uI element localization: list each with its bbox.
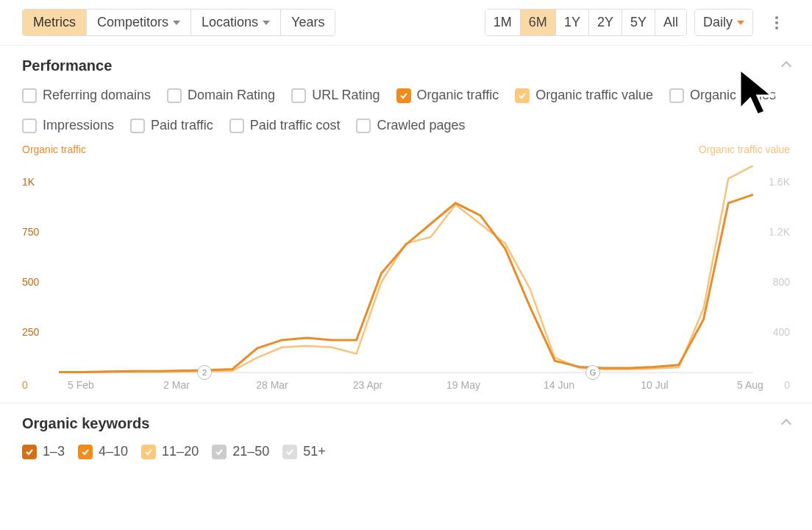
x-tick: 5 Feb [68,379,94,391]
tab-years[interactable]: Years [280,10,335,35]
y-right-tick: 1.6K [769,176,790,188]
range-1y[interactable]: 1Y [555,10,588,35]
left-axis-title: Organic traffic [22,144,86,155]
metric-label: Impressions [43,118,114,133]
checkbox-checked-icon [22,445,37,459]
section-title: Organic keywords [22,415,149,432]
bucket-label: 1–3 [43,444,65,459]
y-right-tick: 1.2K [769,226,790,238]
checkbox-icon [291,88,306,103]
checkbox-icon [669,88,684,103]
checkbox-icon [356,119,371,133]
range-6m[interactable]: 6M [520,10,555,35]
range-2y[interactable]: 2Y [588,10,622,35]
chart-canvas [59,166,753,373]
frequency-button[interactable]: Daily [695,10,752,35]
y-left-tick: 750 [22,226,39,238]
x-tick: 23 Apr [353,379,382,391]
tab-label: Competitors [97,15,168,30]
performance-chart[interactable]: Organic traffic Organic traffic value 1K… [22,144,790,394]
tab-label: Years [291,15,324,30]
checkbox-icon [229,119,244,133]
tab-locations[interactable]: Locations [190,10,280,35]
range-label: 2Y [597,15,613,30]
checkbox-icon [22,88,37,103]
marker-label: 2 [202,368,207,377]
x-tick: 14 Jun [544,379,574,391]
metric-impressions[interactable]: Impressions [22,118,114,133]
checkbox-icon [22,119,37,133]
metric-organic-traffic[interactable]: Organic traffic [396,88,499,103]
metric-crawled-pages[interactable]: Crawled pages [356,118,465,133]
metric-checkboxes: Referring domains Domain Rating URL Rati… [22,88,790,133]
metric-paid-traffic[interactable]: Paid traffic [130,118,213,133]
bucket-label: 51+ [303,444,326,459]
chevron-down-icon [737,21,744,25]
bucket-4-10[interactable]: 4–10 [78,444,128,459]
chart-marker[interactable]: 2 [197,365,212,380]
metric-organic-traffic-value[interactable]: Organic traffic value [515,88,653,103]
checkbox-checked-icon [78,445,93,459]
x-tick: 10 Jul [641,379,668,391]
metric-label: Crawled pages [377,118,465,133]
bucket-11-20[interactable]: 11–20 [141,444,199,459]
range-1m[interactable]: 1M [485,10,520,35]
kebab-icon [775,16,778,29]
metric-label: Organic traffic [417,88,499,103]
organic-keywords-header: Organic keywords [22,415,790,432]
tab-label: Metrics [33,15,76,30]
tab-label: Locations [202,15,258,30]
y-right-zero: 0 [784,379,790,391]
metric-referring-domains[interactable]: Referring domains [22,88,151,103]
y-right-tick: 400 [773,326,790,338]
frequency-label: Daily [703,15,733,30]
metric-label: Domain Rating [188,88,275,103]
metric-paid-traffic-cost[interactable]: Paid traffic cost [229,118,341,133]
frequency-select[interactable]: Daily [694,9,753,36]
checkbox-checked-icon [212,445,227,459]
time-range-group: 1M 6M 1Y 2Y 5Y All [485,9,687,36]
collapse-toggle[interactable] [783,60,790,73]
collapse-toggle[interactable] [783,417,790,431]
range-label: 6M [529,15,547,30]
keyword-buckets: 1–3 4–10 11–20 21–50 51+ [22,444,790,459]
range-label: 1Y [564,15,580,30]
bucket-label: 4–10 [99,444,128,459]
range-all[interactable]: All [655,10,686,35]
x-tick: 2 Mar [163,379,190,391]
performance-section: Performance Referring domains Domain Rat… [0,46,812,133]
x-tick: 19 May [446,379,480,391]
metric-organic-pages[interactable]: Organic pages [669,88,776,103]
metric-label: Referring domains [43,88,151,103]
checkbox-checked-icon [515,88,530,103]
range-label: All [663,15,678,30]
y-left-tick: 250 [22,326,39,338]
tab-metrics[interactable]: Metrics [23,10,86,35]
y-right-tick: 800 [773,276,790,288]
bucket-label: 11–20 [162,444,199,459]
range-label: 1M [494,15,512,30]
range-5y[interactable]: 5Y [622,10,655,35]
view-tabs: Metrics Competitors Locations Years [22,9,335,36]
marker-label: G [590,368,596,377]
metric-domain-rating[interactable]: Domain Rating [167,88,275,103]
right-axis-title: Organic traffic value [699,144,790,155]
bucket-51-plus[interactable]: 51+ [282,444,326,459]
checkbox-icon [130,119,145,133]
chart-marker[interactable]: G [585,365,600,380]
metric-url-rating[interactable]: URL Rating [291,88,380,103]
tab-competitors[interactable]: Competitors [86,10,190,35]
bucket-21-50[interactable]: 21–50 [212,444,269,459]
chevron-up-icon [781,60,791,71]
checkbox-checked-icon [141,445,156,459]
more-menu-button[interactable] [763,10,790,36]
metric-label: Organic traffic value [535,88,653,103]
y-left-zero: 0 [22,379,28,391]
metric-label: URL Rating [312,88,380,103]
y-left-tick: 500 [22,276,39,288]
bucket-1-3[interactable]: 1–3 [22,444,65,459]
bucket-label: 21–50 [232,444,269,459]
checkbox-checked-icon [396,88,411,103]
chevron-down-icon [173,21,180,25]
organic-keywords-section: Organic keywords 1–3 4–10 11–20 21–50 51… [0,403,812,459]
